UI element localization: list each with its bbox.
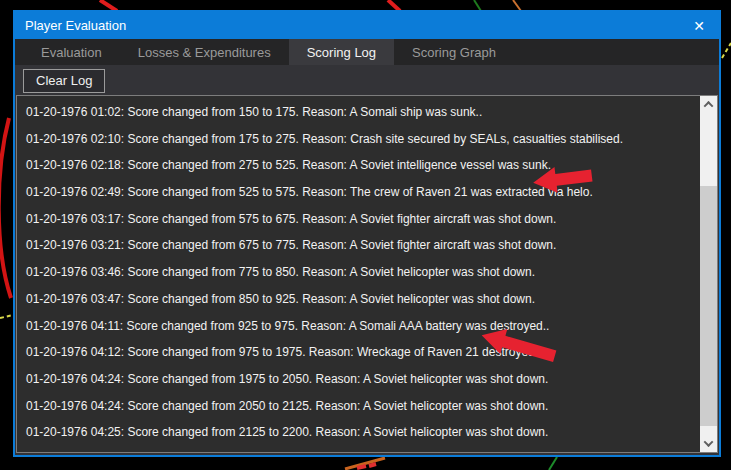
scrollbar-down-button[interactable] xyxy=(700,435,717,452)
clear-log-button[interactable]: Clear Log xyxy=(23,69,105,93)
log-entry[interactable]: 01-20-1976 02:18: Score changed from 275… xyxy=(17,152,700,179)
tab-evaluation[interactable]: Evaluation xyxy=(23,39,120,65)
log-toolbar: Clear Log xyxy=(15,65,719,95)
log-entry[interactable]: 01-20-1976 02:49: Score changed from 525… xyxy=(17,179,700,206)
tab-content-scoring-log: Clear Log 01-20-1976 01:02: Score change… xyxy=(15,65,719,455)
tab-scoring-log[interactable]: Scoring Log xyxy=(289,39,394,65)
tab-bar: EvaluationLosses & ExpendituresScoring L… xyxy=(15,39,719,65)
log-entry[interactable]: 01-20-1976 03:17: Score changed from 575… xyxy=(17,206,700,233)
log-entry[interactable]: 01-20-1976 04:12: Score changed from 975… xyxy=(17,339,700,366)
screen: { "window": { "title": "Player Evaluatio… xyxy=(0,0,731,470)
scoring-log-list[interactable]: 01-20-1976 01:02: Score changed from 150… xyxy=(17,96,700,452)
log-entry[interactable]: 01-20-1976 03:46: Score changed from 775… xyxy=(17,259,700,286)
close-icon: ✕ xyxy=(693,18,705,34)
tab-losses-expenditures[interactable]: Losses & Expenditures xyxy=(120,39,289,65)
log-entry[interactable]: 01-20-1976 03:47: Score changed from 850… xyxy=(17,286,700,313)
scrollbar-thumb[interactable] xyxy=(700,186,717,426)
player-evaluation-window: Player Evaluation ✕ EvaluationLosses & E… xyxy=(13,10,721,457)
titlebar[interactable]: Player Evaluation ✕ xyxy=(15,12,719,39)
close-button[interactable]: ✕ xyxy=(679,12,719,39)
tab-scoring-graph[interactable]: Scoring Graph xyxy=(394,39,514,65)
scrollbar[interactable] xyxy=(700,96,717,452)
log-entry[interactable]: 01-20-1976 02:10: Score changed from 175… xyxy=(17,126,700,153)
log-entry[interactable]: 01-20-1976 04:11: Score changed from 925… xyxy=(17,313,700,340)
log-entry[interactable]: 01-20-1976 04:25: Score changed from 212… xyxy=(17,419,700,446)
chevron-down-icon xyxy=(704,437,714,447)
chevron-up-icon xyxy=(704,101,714,111)
scrollbar-up-button[interactable] xyxy=(700,96,717,113)
window-title: Player Evaluation xyxy=(25,18,126,33)
log-entry[interactable]: 01-20-1976 03:21: Score changed from 675… xyxy=(17,232,700,259)
log-entry[interactable]: 01-20-1976 01:02: Score changed from 150… xyxy=(17,99,700,126)
log-entry[interactable]: 01-20-1976 04:24: Score changed from 205… xyxy=(17,393,700,420)
log-entry[interactable]: 01-20-1976 04:24: Score changed from 197… xyxy=(17,366,700,393)
scoring-log-panel: 01-20-1976 01:02: Score changed from 150… xyxy=(16,95,718,453)
